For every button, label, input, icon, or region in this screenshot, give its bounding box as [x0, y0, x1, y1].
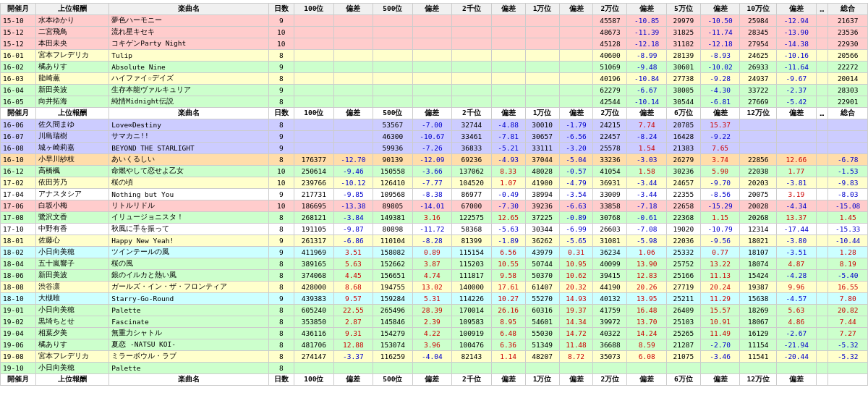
cell: 58368 [452, 224, 492, 235]
cell: サマカニ!! [109, 131, 268, 143]
cell: 20268 [740, 212, 777, 224]
cell: 10.27 [491, 293, 525, 305]
cell: -9.67 [777, 73, 817, 85]
footer-header-cell: 100位 [294, 374, 334, 386]
cell: 18-10 [1, 293, 36, 305]
cell [294, 62, 334, 73]
table-row: 16-03龍崎薫ハイファイ☆デイズ840196-10.8427738-9.282… [1, 73, 868, 85]
cell: -3.03 [627, 154, 667, 166]
cell [452, 38, 492, 50]
cell: 67000 [452, 200, 492, 212]
cell: 104520 [452, 177, 492, 189]
cell [452, 15, 492, 27]
cell [294, 27, 334, 38]
cell: 31825 [666, 27, 700, 38]
cell: 8 [268, 212, 294, 224]
cell: -12.18 [627, 38, 667, 50]
cell: -7.77 [412, 177, 452, 189]
cell [525, 27, 559, 38]
cell: 本田未央 [35, 38, 109, 50]
cell [559, 73, 593, 85]
cell: 109583 [452, 316, 492, 328]
cell: -12.70 [333, 154, 373, 166]
cell: 46300 [373, 131, 413, 143]
col-10k-dev: 偏差 [559, 4, 593, 15]
col-total: 総合 [828, 4, 868, 15]
cell: 25578 [593, 143, 627, 154]
cell: -9.48 [627, 62, 667, 73]
cell: 126410 [373, 177, 413, 189]
cell: 11.29 [700, 293, 740, 305]
cell: 20.32 [559, 282, 593, 293]
cell: 16-06 [1, 119, 36, 131]
cell: 30768 [593, 212, 627, 224]
cell [333, 131, 373, 143]
cell: 19-04 [1, 328, 36, 339]
cell: 35073 [593, 351, 627, 363]
cell [294, 50, 334, 62]
cell [294, 73, 334, 85]
cell: 夏恋 -NATSU KOI- [109, 339, 268, 351]
cell [816, 131, 828, 143]
cell: 26279 [666, 154, 700, 166]
cell [777, 143, 817, 154]
cell: 26409 [666, 305, 700, 316]
cell: 9.96 [777, 282, 817, 293]
cell: 39415 [593, 270, 627, 282]
cell: 水本ゆかり [35, 15, 109, 27]
cell [294, 96, 334, 108]
cell: 140000 [452, 282, 492, 293]
cell: 22457 [593, 131, 627, 143]
cell: 14.93 [559, 293, 593, 305]
cell [491, 38, 525, 50]
cell: 5.63 [333, 258, 373, 270]
header-cell: 2万位 [593, 108, 627, 119]
cell: 62279 [593, 85, 627, 96]
cell: 3.87 [412, 258, 452, 270]
cell: 156651 [373, 270, 413, 282]
cell: 26933 [740, 62, 777, 73]
cell: 59936 [373, 143, 413, 154]
cell: 22856 [740, 154, 777, 166]
cell: 24625 [740, 50, 777, 62]
cell: -4.34 [777, 200, 817, 212]
cell: 8 [268, 119, 294, 131]
table-row: 18-10大槻唯Starry-Go-Round94393839.57159284… [1, 293, 868, 305]
cell: 27738 [666, 73, 700, 85]
cell: 川島瑞樹 [35, 131, 109, 143]
col-500: 500位 [373, 4, 413, 15]
main-table: 開催月 上位報酬 楽曲名 日数 100位 偏差 500位 偏差 2千位 偏差 1… [0, 3, 868, 386]
cell: 22658 [666, 200, 700, 212]
header-cell: 100位 [294, 108, 334, 119]
cell [816, 235, 828, 247]
cell: 18-02 [1, 247, 36, 258]
cell [816, 328, 828, 339]
cell [412, 363, 452, 374]
cell: 19-06 [1, 339, 36, 351]
cell: -3.20 [559, 143, 593, 154]
cell: 30601 [666, 62, 700, 73]
cell: 38994 [525, 189, 559, 200]
cell: 桜の風 [109, 258, 268, 270]
cell: -6.99 [559, 224, 593, 235]
table-row: 17-08鷺沢文香イリュージョニスタ！8268121-3.841493813.1… [1, 212, 868, 224]
table-row: 18-01佐藤心Happy New Yeah!9261317-6.8611010… [1, 235, 868, 247]
cell: 17.61 [491, 282, 525, 293]
cell [373, 38, 413, 50]
cell: 新田美波 [35, 270, 109, 282]
cell [559, 50, 593, 62]
cell: 16.48 [627, 305, 667, 316]
cell: 8 [268, 258, 294, 270]
cell: 374068 [294, 270, 334, 282]
cell: 51069 [593, 62, 627, 73]
cell: 小日向美穂 [35, 305, 109, 316]
cell: -14.38 [777, 38, 817, 50]
cell: 217731 [294, 189, 334, 200]
table-row: 16-02橘ありすAbsolute Nine951069-9.4830601-1… [1, 62, 868, 73]
col-20k: 2万位 [593, 4, 627, 15]
cell: 115203 [452, 258, 492, 270]
cell [333, 15, 373, 27]
cell: 8 [268, 328, 294, 339]
cell: 16-02 [1, 62, 36, 73]
cell: 向井拓海 [35, 96, 109, 108]
